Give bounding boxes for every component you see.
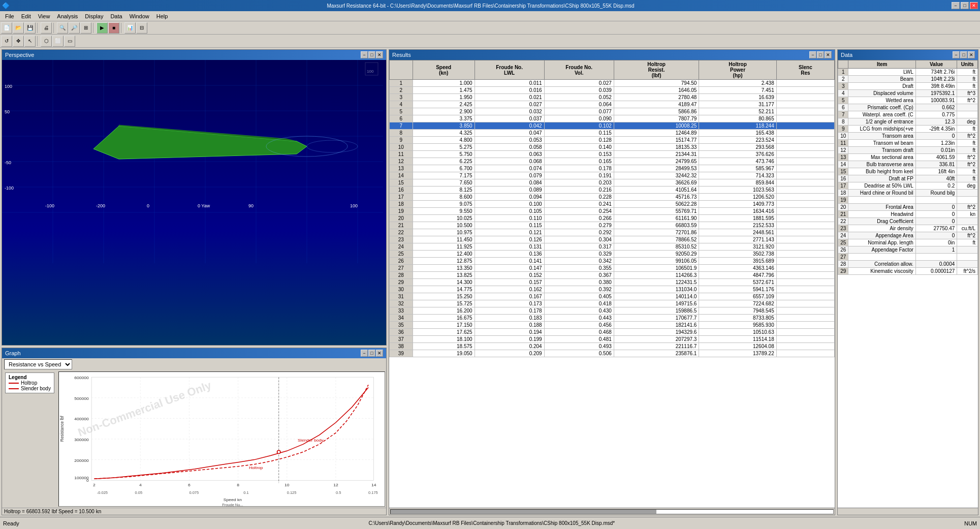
table-row[interactable]: 2110.5000.1150.27966803.592152.533 (390, 222, 835, 229)
table-row[interactable]: 2612.8750.1410.34299106.053915.689 (390, 258, 835, 265)
table-row[interactable]: 2813.8250.1520.367114266.34847.796 (390, 272, 835, 279)
data-col-value[interactable]: Value (915, 60, 957, 69)
list-item[interactable]: 10Transom area0ft^2 (838, 133, 978, 140)
data-table-wrap[interactable]: Item Value Units 1LWL734ft 2.76ift2Beam1… (838, 60, 978, 508)
list-item[interactable]: 2Beam104ft 2.23ift (838, 76, 978, 83)
table-row[interactable]: 2311.4500.1260.30478866.522771.143 (390, 236, 835, 243)
col-froude-vol[interactable]: Froude No.Vol. (544, 60, 614, 80)
list-item[interactable]: 27 (838, 254, 978, 261)
table-row[interactable]: 63.3750.0370.0907807.7980.865 (390, 115, 835, 122)
menu-analysis[interactable]: Analysis (54, 12, 81, 20)
perspective-maximize[interactable]: □ (368, 51, 375, 58)
minimize-button[interactable]: − (952, 2, 960, 9)
list-item[interactable]: 26Appendage Factor1 (838, 246, 978, 254)
table-row[interactable]: 3718.1000.1990.481207297.311514.18 (390, 336, 835, 343)
table-row[interactable]: 115.7500.0630.15321344.31376.626 (390, 151, 835, 158)
table-row[interactable]: 94.8000.0530.12815174.77223.524 (390, 137, 835, 144)
list-item[interactable]: 14Bulb transverse area336.81ft^2 (838, 161, 978, 168)
chart-area[interactable]: 600000 500000 400000 300000 200000 10000… (58, 371, 385, 507)
col-speed[interactable]: Speed(kn) (413, 60, 475, 80)
data-maximize[interactable]: □ (960, 51, 967, 58)
data-col-units[interactable]: Units (957, 60, 978, 69)
list-item[interactable]: 4Displaced volume1975392.1ft^3 (838, 90, 978, 97)
print-button[interactable]: 🖨 (41, 22, 52, 34)
results-hscroll-thumb[interactable] (391, 510, 656, 514)
table-row[interactable]: 2210.9750.1210.29272701.862448.561 (390, 229, 835, 236)
results-scrollbar[interactable] (389, 508, 835, 515)
side-view-button[interactable]: ▭ (64, 36, 75, 47)
table-row[interactable]: 52.9000.0320.0775866.8652.211 (390, 108, 835, 115)
table-row[interactable]: 3517.1500.1880.456182141.69585.930 (390, 322, 835, 329)
list-item[interactable]: 23Air density27750.47cu.ft/L (838, 225, 978, 232)
table-row[interactable]: 11.0000.0110.027794.502.438 (390, 80, 835, 87)
table-row[interactable]: 84.3250.0470.11512464.89165.438 (390, 130, 835, 137)
list-item[interactable]: 1LWL734ft 2.76ift (838, 69, 978, 76)
table-row[interactable]: 126.2250.0680.16524799.65473.746 (390, 158, 835, 165)
table-row[interactable]: 147.1750.0790.19132442.32714.323 (390, 172, 835, 179)
list-item[interactable]: 16Draft at FP40ftft (838, 175, 978, 182)
results-hscroll[interactable] (390, 509, 834, 514)
table-button[interactable]: ⊟ (136, 22, 147, 34)
perspective-minimize[interactable]: − (361, 51, 368, 58)
table-row[interactable]: 2010.0250.1100.26661161.901881.595 (390, 215, 835, 222)
top-view-button[interactable]: ⬜ (52, 36, 64, 47)
list-item[interactable]: 25Nominal App. length0inft (838, 239, 978, 246)
list-item[interactable]: 17Deadrise at 50% LWL0.2deg (838, 182, 978, 190)
list-item[interactable]: 7Waterpl. area coeff. (C0.775 (838, 111, 978, 118)
list-item[interactable]: 22Drag Coefficient0 (838, 218, 978, 225)
list-item[interactable]: 9LCG from midships(+ve-29ft 4.35inft (838, 126, 978, 133)
list-item[interactable]: 21Headwind0kn (838, 211, 978, 218)
table-row[interactable]: 3115.2500.1670.405140114.06557.109 (390, 293, 835, 300)
table-row[interactable]: 31.9500.0210.0522780.4816.639 (390, 94, 835, 101)
list-item[interactable]: 24Appendage Area0ft^2 (838, 232, 978, 239)
table-row[interactable]: 178.6000.0940.22845716.731206.520 (390, 194, 835, 201)
graph-type-dropdown[interactable]: Resistance vs Speed (4, 359, 72, 369)
list-item[interactable]: 20Frontal Area0ft^2 (838, 204, 978, 211)
chart-button[interactable]: 📊 (124, 22, 136, 34)
list-item[interactable]: 12Transom draft0.01inft (838, 147, 978, 154)
new-button[interactable]: 📄 (1, 22, 12, 34)
maximize-button[interactable]: □ (961, 2, 969, 9)
zoom-fit[interactable]: ⊞ (80, 22, 91, 34)
list-item[interactable]: 19 (838, 197, 978, 204)
table-row[interactable]: 3919.0500.2090.506235876.113789.22 (390, 350, 835, 357)
col-holtrop-resist[interactable]: HoltropResist.(lbf) (614, 60, 699, 80)
list-item[interactable]: 5Wetted area100083.91ft^2 (838, 97, 978, 104)
list-item[interactable]: 18Hard chine or Round bilRound bilg (838, 190, 978, 197)
table-row[interactable]: 2411.9250.1310.31785310.523121.920 (390, 243, 835, 251)
table-row[interactable]: 3617.6250.1940.468194329.610510.63 (390, 329, 835, 336)
table-row[interactable]: 3215.7250.1730.418149715.67224.682 (390, 300, 835, 307)
menu-file[interactable]: File (2, 12, 17, 20)
list-item[interactable]: 6Prismatic coeff. (Cp)0.662 (838, 104, 978, 111)
menu-edit[interactable]: Edit (18, 12, 34, 20)
table-row[interactable]: 2713.3500.1470.355106501.94363.146 (390, 265, 835, 272)
perspective-close[interactable]: ✕ (376, 51, 383, 58)
perspective-viewport[interactable]: 100 50 -50 -100 -100 -200 0 0 Yaw 90 100 (2, 60, 386, 345)
table-row[interactable]: 105.2750.0580.14018135.33293.568 (390, 144, 835, 151)
table-row[interactable]: 136.7000.0740.17828499.53585.967 (390, 165, 835, 172)
pan-button[interactable]: ✥ (13, 36, 24, 47)
data-col-item[interactable]: Item (848, 60, 915, 69)
rotate-button[interactable]: ↺ (1, 36, 12, 47)
col-froude-lwl[interactable]: Froude No.LWL (475, 60, 544, 80)
save-button[interactable]: 💾 (24, 22, 36, 34)
table-row[interactable]: 21.4750.0160.0391646.057.451 (390, 87, 835, 94)
menu-help[interactable]: Help (153, 12, 171, 20)
table-row[interactable]: 3014.7750.1620.392131034.05941.176 (390, 286, 835, 293)
menu-data[interactable]: Data (107, 12, 125, 20)
data-close[interactable]: ✕ (968, 51, 975, 58)
col-slend[interactable]: SlencRes (776, 60, 834, 80)
results-minimize[interactable]: − (809, 51, 816, 58)
select-button[interactable]: ↖ (24, 36, 36, 47)
list-item[interactable]: 15Bulb height from keel16ft 4inft (838, 168, 978, 175)
zoom-out[interactable]: 🔎 (69, 22, 80, 34)
list-item[interactable]: 28Correlation allow.0.0004 (838, 261, 978, 268)
menu-display[interactable]: Display (82, 12, 106, 20)
data-minimize[interactable]: − (953, 51, 960, 58)
open-button[interactable]: 📂 (13, 22, 24, 34)
table-row[interactable]: 199.5500.1050.25455769.711634.416 (390, 208, 835, 215)
list-item[interactable]: 11Transom wl beam1.23inft (838, 140, 978, 147)
table-row[interactable]: 157.6500.0840.20336626.69859.844 (390, 179, 835, 186)
close-button[interactable]: ✕ (970, 2, 978, 9)
col-holtrop-power[interactable]: HoltropPower(hp) (699, 60, 776, 80)
